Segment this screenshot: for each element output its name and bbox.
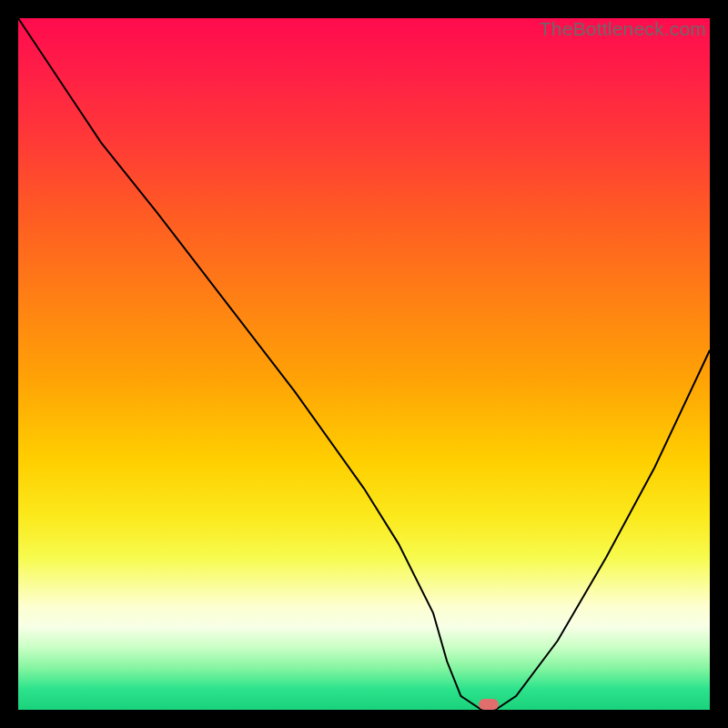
plot-area: TheBottleneck.com [18, 18, 710, 710]
bottleneck-curve [18, 18, 710, 710]
curve-path [18, 18, 710, 710]
optimum-marker [479, 699, 499, 710]
chart-frame: TheBottleneck.com [0, 0, 728, 728]
